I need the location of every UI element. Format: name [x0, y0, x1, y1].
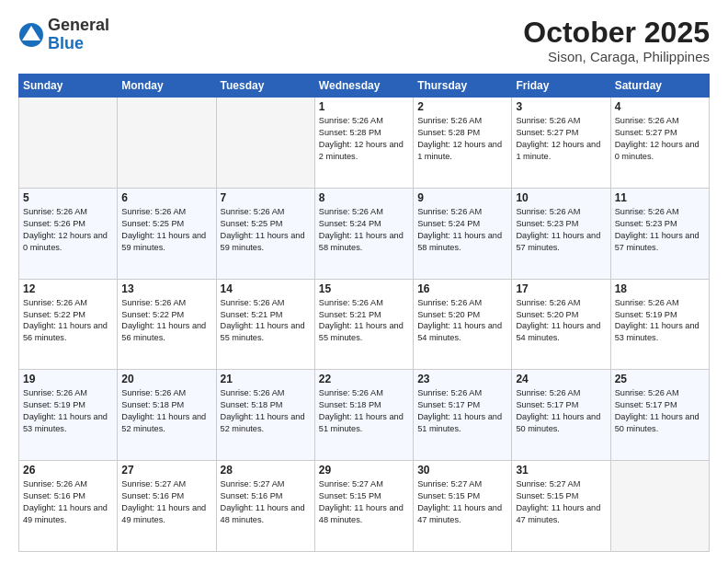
title-section: October 2025 Sison, Caraga, Philippines: [523, 17, 710, 64]
column-header-sunday: Sunday: [19, 75, 118, 98]
calendar-week-row: 12Sunrise: 5:26 AM Sunset: 5:22 PM Dayli…: [19, 279, 710, 370]
column-header-monday: Monday: [118, 75, 216, 98]
calendar-table: SundayMondayTuesdayWednesdayThursdayFrid…: [18, 74, 710, 552]
calendar-week-row: 26Sunrise: 5:26 AM Sunset: 5:16 PM Dayli…: [19, 461, 710, 552]
day-info: Sunrise: 5:26 AM Sunset: 5:18 PM Dayligh…: [319, 387, 409, 435]
day-info: Sunrise: 5:26 AM Sunset: 5:27 PM Dayligh…: [615, 115, 705, 163]
page: General Blue October 2025 Sison, Caraga,…: [0, 0, 728, 563]
day-number: 22: [319, 373, 409, 385]
day-info: Sunrise: 5:26 AM Sunset: 5:23 PM Dayligh…: [516, 206, 606, 254]
calendar-cell: [610, 461, 709, 552]
calendar-cell: 30Sunrise: 5:27 AM Sunset: 5:15 PM Dayli…: [414, 461, 512, 552]
column-header-thursday: Thursday: [414, 75, 512, 98]
calendar-cell: 11Sunrise: 5:26 AM Sunset: 5:23 PM Dayli…: [610, 188, 709, 279]
calendar-cell: 7Sunrise: 5:26 AM Sunset: 5:25 PM Daylig…: [216, 188, 314, 279]
calendar-week-row: 19Sunrise: 5:26 AM Sunset: 5:19 PM Dayli…: [19, 370, 710, 461]
calendar-header-row: SundayMondayTuesdayWednesdayThursdayFrid…: [19, 75, 710, 98]
day-info: Sunrise: 5:26 AM Sunset: 5:21 PM Dayligh…: [319, 297, 409, 345]
day-info: Sunrise: 5:26 AM Sunset: 5:18 PM Dayligh…: [121, 387, 211, 435]
page-title: October 2025: [523, 17, 710, 49]
day-number: 17: [516, 282, 606, 295]
day-info: Sunrise: 5:27 AM Sunset: 5:15 PM Dayligh…: [319, 478, 409, 526]
day-info: Sunrise: 5:27 AM Sunset: 5:16 PM Dayligh…: [221, 478, 311, 526]
calendar-cell: 24Sunrise: 5:26 AM Sunset: 5:17 PM Dayli…: [512, 370, 610, 461]
calendar-cell: 10Sunrise: 5:26 AM Sunset: 5:23 PM Dayli…: [512, 188, 610, 279]
header: General Blue October 2025 Sison, Caraga,…: [18, 17, 710, 64]
day-info: Sunrise: 5:26 AM Sunset: 5:20 PM Dayligh…: [516, 297, 606, 345]
day-number: 20: [121, 373, 211, 385]
calendar-cell: 25Sunrise: 5:26 AM Sunset: 5:17 PM Dayli…: [610, 370, 709, 461]
logo-text: General Blue: [48, 17, 109, 53]
calendar-cell: 21Sunrise: 5:26 AM Sunset: 5:18 PM Dayli…: [216, 370, 314, 461]
day-info: Sunrise: 5:26 AM Sunset: 5:22 PM Dayligh…: [23, 297, 113, 345]
logo-icon: [18, 22, 44, 48]
day-number: 16: [417, 282, 507, 295]
day-number: 3: [516, 100, 606, 113]
calendar-cell: [19, 98, 118, 189]
day-info: Sunrise: 5:27 AM Sunset: 5:15 PM Dayligh…: [516, 478, 606, 526]
day-info: Sunrise: 5:26 AM Sunset: 5:21 PM Dayligh…: [221, 297, 311, 345]
day-number: 26: [23, 464, 113, 477]
day-info: Sunrise: 5:26 AM Sunset: 5:17 PM Dayligh…: [516, 387, 606, 435]
day-info: Sunrise: 5:26 AM Sunset: 5:28 PM Dayligh…: [417, 115, 507, 163]
day-number: 12: [23, 282, 113, 295]
calendar-cell: 13Sunrise: 5:26 AM Sunset: 5:22 PM Dayli…: [118, 279, 216, 370]
calendar-week-row: 5Sunrise: 5:26 AM Sunset: 5:26 PM Daylig…: [19, 188, 710, 279]
calendar-cell: 28Sunrise: 5:27 AM Sunset: 5:16 PM Dayli…: [216, 461, 314, 552]
day-number: 5: [23, 191, 113, 204]
day-info: Sunrise: 5:26 AM Sunset: 5:16 PM Dayligh…: [23, 478, 113, 526]
column-header-tuesday: Tuesday: [216, 75, 314, 98]
day-info: Sunrise: 5:26 AM Sunset: 5:19 PM Dayligh…: [615, 297, 705, 345]
calendar-cell: 3Sunrise: 5:26 AM Sunset: 5:27 PM Daylig…: [512, 98, 610, 189]
day-info: Sunrise: 5:26 AM Sunset: 5:25 PM Dayligh…: [221, 206, 311, 254]
day-number: 7: [221, 191, 311, 204]
day-number: 2: [417, 100, 507, 113]
day-info: Sunrise: 5:26 AM Sunset: 5:26 PM Dayligh…: [23, 206, 113, 254]
column-header-wednesday: Wednesday: [314, 75, 413, 98]
day-info: Sunrise: 5:26 AM Sunset: 5:17 PM Dayligh…: [615, 387, 705, 435]
calendar-cell: 23Sunrise: 5:26 AM Sunset: 5:17 PM Dayli…: [414, 370, 512, 461]
day-number: 15: [319, 282, 409, 295]
day-number: 28: [221, 464, 311, 477]
calendar-cell: 22Sunrise: 5:26 AM Sunset: 5:18 PM Dayli…: [314, 370, 413, 461]
day-info: Sunrise: 5:26 AM Sunset: 5:23 PM Dayligh…: [615, 206, 705, 254]
day-number: 24: [516, 373, 606, 385]
day-info: Sunrise: 5:26 AM Sunset: 5:17 PM Dayligh…: [417, 387, 507, 435]
logo: General Blue: [18, 17, 109, 53]
day-info: Sunrise: 5:27 AM Sunset: 5:15 PM Dayligh…: [417, 478, 507, 526]
calendar-cell: 20Sunrise: 5:26 AM Sunset: 5:18 PM Dayli…: [118, 370, 216, 461]
calendar-cell: 2Sunrise: 5:26 AM Sunset: 5:28 PM Daylig…: [414, 98, 512, 189]
day-info: Sunrise: 5:27 AM Sunset: 5:16 PM Dayligh…: [121, 478, 211, 526]
day-info: Sunrise: 5:26 AM Sunset: 5:24 PM Dayligh…: [417, 206, 507, 254]
day-info: Sunrise: 5:26 AM Sunset: 5:18 PM Dayligh…: [221, 387, 311, 435]
calendar-cell: 9Sunrise: 5:26 AM Sunset: 5:24 PM Daylig…: [414, 188, 512, 279]
column-header-friday: Friday: [512, 75, 610, 98]
calendar-cell: 19Sunrise: 5:26 AM Sunset: 5:19 PM Dayli…: [19, 370, 118, 461]
day-number: 23: [417, 373, 507, 385]
calendar-cell: [216, 98, 314, 189]
day-info: Sunrise: 5:26 AM Sunset: 5:24 PM Dayligh…: [319, 206, 409, 254]
calendar-cell: 1Sunrise: 5:26 AM Sunset: 5:28 PM Daylig…: [314, 98, 413, 189]
logo-blue-text: Blue: [48, 34, 84, 52]
calendar-cell: 18Sunrise: 5:26 AM Sunset: 5:19 PM Dayli…: [610, 279, 709, 370]
day-number: 21: [221, 373, 311, 385]
day-number: 6: [121, 191, 211, 204]
day-number: 11: [615, 191, 705, 204]
calendar-cell: 8Sunrise: 5:26 AM Sunset: 5:24 PM Daylig…: [314, 188, 413, 279]
day-info: Sunrise: 5:26 AM Sunset: 5:22 PM Dayligh…: [121, 297, 211, 345]
calendar-cell: 31Sunrise: 5:27 AM Sunset: 5:15 PM Dayli…: [512, 461, 610, 552]
calendar-cell: [118, 98, 216, 189]
calendar-cell: 15Sunrise: 5:26 AM Sunset: 5:21 PM Dayli…: [314, 279, 413, 370]
calendar-cell: 29Sunrise: 5:27 AM Sunset: 5:15 PM Dayli…: [314, 461, 413, 552]
day-number: 4: [615, 100, 705, 113]
day-number: 25: [615, 373, 705, 385]
day-number: 14: [221, 282, 311, 295]
day-number: 31: [516, 464, 606, 477]
calendar-cell: 26Sunrise: 5:26 AM Sunset: 5:16 PM Dayli…: [19, 461, 118, 552]
day-info: Sunrise: 5:26 AM Sunset: 5:19 PM Dayligh…: [23, 387, 113, 435]
calendar-cell: 5Sunrise: 5:26 AM Sunset: 5:26 PM Daylig…: [19, 188, 118, 279]
page-subtitle: Sison, Caraga, Philippines: [523, 49, 710, 64]
column-header-saturday: Saturday: [610, 75, 709, 98]
day-number: 8: [319, 191, 409, 204]
day-number: 18: [615, 282, 705, 295]
